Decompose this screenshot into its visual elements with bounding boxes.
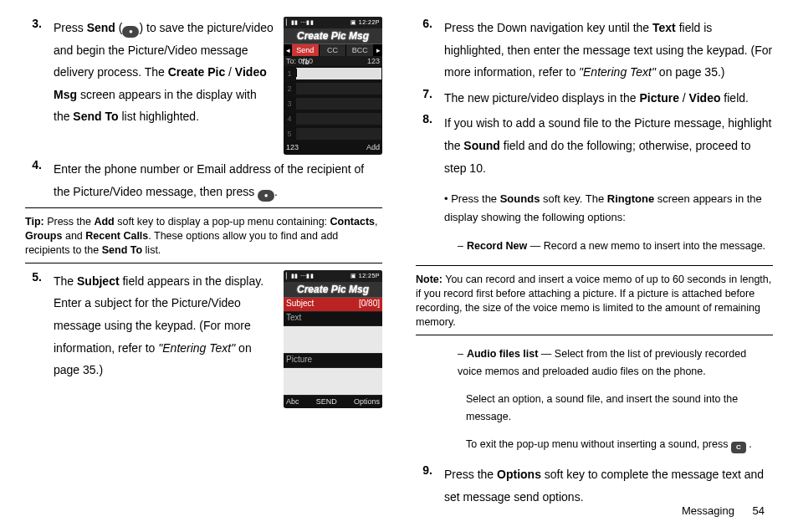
- footer-section: Messaging: [682, 504, 734, 517]
- phone-screenshot-subject: ▏▮▮ ⋯▮▮▣ 12:25P Create Pic Msg Subject[0…: [284, 270, 382, 408]
- footer-page-number: 54: [753, 504, 765, 517]
- right-column: 6. Press the Down navigation key until t…: [416, 17, 773, 512]
- divider: [25, 207, 382, 208]
- phone-screenshot-sendto: ▏▮▮ ⋯▮▮▣ 12:22P Create Pic Msg ◂ Send To…: [284, 17, 382, 155]
- step-6: 6. Press the Down navigation key until t…: [416, 17, 773, 84]
- screenshot-title: Create Pic Msg: [284, 28, 382, 44]
- dash-audio-files: –Audio files list — Select from the list…: [458, 345, 773, 380]
- page-footer: Messaging 54: [682, 504, 765, 517]
- step-number: 3.: [25, 17, 42, 155]
- dash-extra1: Select an option, a sound file, and inse…: [466, 391, 773, 425]
- ok-key-icon: ●: [258, 190, 274, 202]
- ok-key-icon: ●: [122, 26, 139, 38]
- step-9: 9. Press the Options soft key to complet…: [416, 463, 773, 508]
- tip-block: Tip: Press the Add soft key to display a…: [25, 215, 382, 258]
- step-7: 7. The new picture/video displays in the…: [416, 87, 773, 110]
- dash-record-new: –Record New — Record a new memo to inser…: [458, 238, 773, 255]
- step-5: 5. The Subject field appears in the disp…: [25, 270, 382, 408]
- step-3: 3. Press Send (●) to save the picture/vi…: [25, 17, 382, 155]
- bullet-sounds: Press the Sounds soft key. The Ringtone …: [444, 190, 773, 227]
- step-body: Press Send (●) to save the picture/video…: [54, 17, 275, 155]
- divider: [25, 263, 382, 263]
- divider: [416, 265, 773, 266]
- divider: [416, 335, 773, 335]
- dash-extra2: To exit the pop-up menu without insertin…: [466, 436, 773, 453]
- left-column: 3. Press Send (●) to save the picture/vi…: [25, 17, 382, 512]
- step-4: 4. Enter the phone number or Email addre…: [25, 158, 382, 202]
- note-block: Note: You can record and insert a voice …: [416, 273, 773, 330]
- step-8: 8. If you wish to add a sound file to th…: [416, 112, 773, 179]
- clear-key-icon: C: [731, 442, 746, 453]
